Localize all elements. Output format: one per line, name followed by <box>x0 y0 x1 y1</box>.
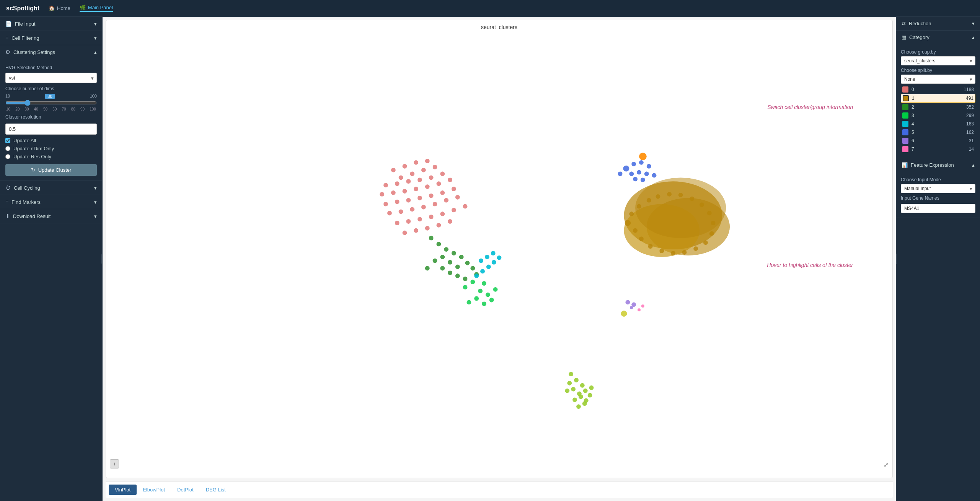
cluster-6 <box>625 300 636 309</box>
cluster-row-0[interactable]: 0 1188 <box>901 85 975 94</box>
dims-slider[interactable] <box>5 100 97 106</box>
tab-vlnplot[interactable]: VlnPlot <box>109 485 137 495</box>
svg-point-50 <box>635 177 726 238</box>
cluster-2-count: 352 <box>966 104 974 110</box>
gene-names-input[interactable] <box>901 204 975 213</box>
expand-plot-button[interactable]: ⤢ <box>884 461 889 468</box>
update-ndim-radio[interactable] <box>5 146 10 151</box>
file-input-header[interactable]: 📄 File Input <box>0 17 102 31</box>
cluster-6-color <box>902 138 908 144</box>
reduction-section: ⇄ Reduction <box>896 17 980 31</box>
gene-names-label: Input Gene Names <box>901 195 975 201</box>
update-res-radio[interactable] <box>5 154 10 159</box>
svg-point-104 <box>485 255 489 259</box>
cluster-row-5[interactable]: 5 162 <box>901 128 975 137</box>
svg-point-83 <box>459 255 464 259</box>
svg-point-52 <box>629 211 634 216</box>
cluster-1-count: 491 <box>966 96 973 101</box>
tab-deglist[interactable]: DEG List <box>200 485 232 495</box>
svg-point-74 <box>452 251 456 255</box>
cluster-7-count: 14 <box>969 146 974 152</box>
plot-tabs: VlnPlot ElbowPlot DotPlot DEG List <box>106 481 893 498</box>
svg-point-67 <box>659 249 664 253</box>
update-all-checkbox[interactable] <box>5 138 10 143</box>
update-all-option[interactable]: Update All <box>5 138 97 143</box>
cluster-row-2[interactable]: 2 352 <box>901 103 975 111</box>
umap-container[interactable]: Switch cell cluster/group information Ho… <box>106 34 892 472</box>
update-res-option[interactable]: Update Res Only <box>5 154 97 159</box>
svg-point-16 <box>403 189 407 194</box>
svg-point-27 <box>452 187 456 191</box>
svg-point-129 <box>579 394 583 399</box>
svg-point-72 <box>437 242 441 246</box>
find-markers-section: ≡ Find Markers <box>0 195 102 209</box>
svg-point-97 <box>493 287 498 292</box>
svg-point-123 <box>569 372 573 376</box>
cluster-row-6[interactable]: 6 31 <box>901 137 975 145</box>
svg-point-80 <box>448 270 452 275</box>
download-result-header[interactable]: ⬇ Download Result <box>0 209 102 223</box>
svg-point-22 <box>395 200 400 204</box>
category-header[interactable]: ▦ Category <box>896 31 980 44</box>
cluster-0-color <box>902 86 908 93</box>
input-mode-select[interactable]: Manual Input Select from list <box>901 184 975 193</box>
cell-filtering-chevron <box>94 35 97 41</box>
cluster-row-7[interactable]: 7 14 <box>901 145 975 153</box>
svg-point-5 <box>410 172 414 176</box>
left-sidebar-collapse-button[interactable]: ◀ <box>101 254 103 264</box>
group-by-select[interactable]: seurat_clusters orig.ident Phase <box>901 56 975 65</box>
right-sidebar: ▶ ⇄ Reduction ▦ Category Choose grou <box>896 17 980 501</box>
svg-point-9 <box>395 181 400 186</box>
cluster-row-4[interactable]: 4 163 <box>901 120 975 128</box>
feature-expression-header[interactable]: 📊 Feature Expression <box>896 158 980 172</box>
split-by-select[interactable]: None orig.ident Phase <box>901 75 975 84</box>
info-button[interactable]: i <box>110 459 119 468</box>
right-sidebar-collapse-button[interactable]: ▶ <box>896 254 897 264</box>
cell-cycling-chevron <box>94 185 97 191</box>
update-options-group: Update All Update nDim Only Update Res O… <box>5 138 97 159</box>
svg-point-26 <box>440 190 445 195</box>
svg-point-117 <box>639 153 647 160</box>
hvg-select[interactable]: vst dispersion mean.var.plot <box>5 73 97 83</box>
cluster-5-name: 5 <box>912 130 966 135</box>
svg-point-1 <box>403 164 407 169</box>
svg-point-41 <box>463 204 468 209</box>
nav-main-panel[interactable]: 🌿 Main Panel <box>80 5 113 12</box>
feature-expression-content: Choose Input Mode Manual Input Select fr… <box>896 172 980 218</box>
svg-point-109 <box>647 164 651 169</box>
cluster-0 <box>380 159 467 235</box>
plot-title: seurat_clusters <box>106 20 892 34</box>
svg-point-51 <box>625 220 631 226</box>
category-section: ▦ Category Choose group.by seurat_cluste… <box>896 31 980 158</box>
update-cluster-button[interactable]: ↻ Update Cluster <box>5 164 97 176</box>
dims-slider-labels: 10 30 100 <box>5 94 97 99</box>
file-input-chevron <box>94 21 97 27</box>
svg-point-85 <box>470 266 475 271</box>
svg-point-113 <box>652 173 657 178</box>
svg-point-14 <box>380 192 384 197</box>
tab-elbowplot[interactable]: ElbowPlot <box>137 485 171 495</box>
dims-ticks: 102030405060708090100 <box>5 107 97 111</box>
reduction-header[interactable]: ⇄ Reduction <box>896 17 980 30</box>
cell-cycling-header[interactable]: ⏱ Cell Cycling <box>0 181 102 195</box>
update-ndim-option[interactable]: Update nDim Only <box>5 146 97 151</box>
svg-point-128 <box>583 389 588 393</box>
cluster-row-1[interactable]: 1 491 <box>901 94 975 103</box>
svg-point-63 <box>703 240 708 245</box>
file-icon: 📄 <box>5 21 12 27</box>
tab-dotplot[interactable]: DotPlot <box>171 485 200 495</box>
clustering-settings-header[interactable]: ⚙ Clustering Settings <box>0 45 102 59</box>
svg-point-24 <box>417 196 422 200</box>
dims-slider-container: 10 30 100 102030405060708090100 <box>5 94 97 111</box>
hvg-label: HVG Selection Method <box>5 65 97 70</box>
svg-point-64 <box>693 246 698 251</box>
find-markers-header[interactable]: ≡ Find Markers <box>0 195 102 209</box>
input-mode-label: Choose Input Mode <box>901 177 975 182</box>
cluster-row-3[interactable]: 3 299 <box>901 111 975 120</box>
cluster-0-count: 1188 <box>964 87 974 92</box>
resolution-input[interactable] <box>5 124 97 135</box>
cell-filtering-header[interactable]: ≡ Cell Filtering <box>0 31 102 45</box>
download-icon: ⬇ <box>5 213 10 219</box>
svg-point-44 <box>425 226 430 231</box>
nav-home[interactable]: 🏠 Home <box>49 5 70 11</box>
